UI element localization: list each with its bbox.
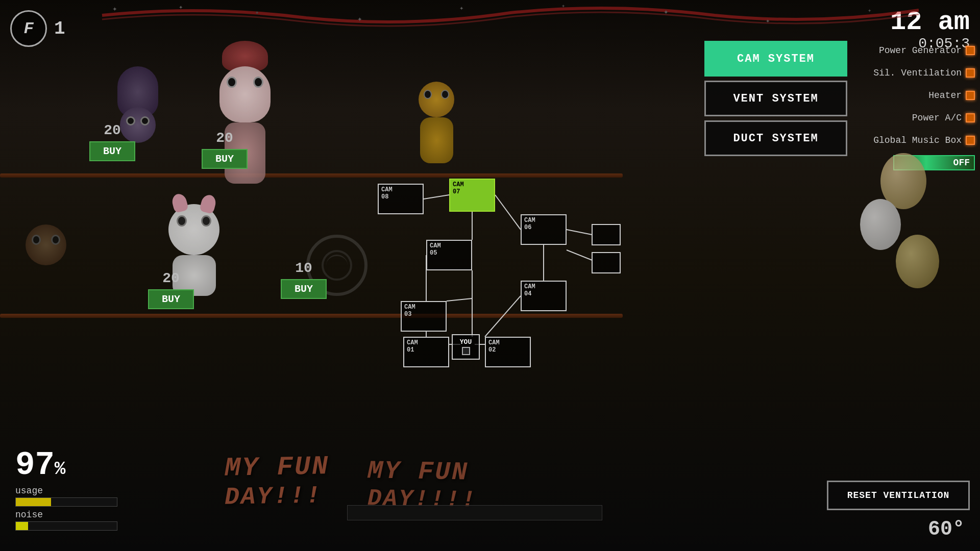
svg-rect-17 — [592, 253, 620, 273]
bottom-stats: 97% usage noise — [15, 449, 117, 531]
right-panel: Power Generator Sil. Ventilation Heater … — [852, 41, 975, 170]
usage-bar-fill — [16, 498, 51, 506]
buy-button-1[interactable]: BUY — [89, 141, 135, 161]
noise-bar-fill — [16, 522, 28, 530]
subsys-global-music-box[interactable]: Global Music Box — [852, 131, 975, 150]
cam-node-you[interactable]: YOU — [452, 334, 480, 360]
buy-item-1: 20 BUY — [89, 122, 135, 161]
svg-text:✦: ✦ — [357, 15, 362, 24]
subsys-sil-ventilation[interactable]: Sil. Ventilation — [852, 63, 975, 83]
cam-node-07[interactable]: CAM07 — [449, 179, 495, 212]
svg-line-16 — [567, 250, 592, 260]
global-music-box-indicator — [966, 136, 975, 145]
temperature-display: 60° — [928, 518, 965, 541]
sil-ventilation-indicator — [966, 68, 975, 78]
svg-text:✦: ✦ — [179, 3, 183, 11]
buy-price-4: 10 — [295, 260, 312, 276]
vent-system-button[interactable]: VENT SYSTEM — [704, 81, 847, 116]
heater-indicator — [966, 91, 975, 100]
cam-system-button[interactable]: CAM SYSTEM — [704, 41, 847, 77]
cam-node-02[interactable]: CAM02 — [485, 337, 531, 367]
buy-item-2: 20 BUY — [202, 130, 248, 169]
reset-ventilation-button[interactable]: RESET VENTILATION — [827, 481, 970, 510]
power-ac-label: Power A/C — [912, 113, 962, 123]
svg-line-10 — [495, 195, 521, 230]
cam-node-03[interactable]: CAM03 — [401, 301, 447, 332]
cam-node-06[interactable]: CAM06 — [521, 214, 567, 245]
cam-node-05[interactable]: CAM05 — [426, 240, 472, 270]
bottom-progress-bar — [347, 505, 602, 520]
noise-label: noise — [15, 510, 117, 520]
cam-map: CAM08 CAM07 CAM06 CAM05 CAM04 CAM03 CAM0… — [347, 163, 633, 378]
percentage-display: 97% — [15, 449, 117, 482]
usage-bar — [15, 497, 117, 507]
cam-node-04[interactable]: CAM04 — [521, 281, 567, 311]
duct-system-button[interactable]: DUCT SYSTEM — [704, 120, 847, 156]
system-buttons: CAM SYSTEM VENT SYSTEM DUCT SYSTEM — [704, 41, 847, 156]
heater-label: Heater — [928, 90, 962, 101]
subsys-power-ac[interactable]: Power A/C — [852, 108, 975, 128]
svg-rect-15 — [592, 224, 620, 245]
buy-item-3: 20 BUY — [148, 270, 194, 309]
power-generator-indicator — [966, 46, 975, 55]
svg-line-14 — [567, 230, 592, 235]
subsys-power-generator[interactable]: Power Generator — [852, 41, 975, 60]
cam-node-01[interactable]: CAM01 — [403, 337, 449, 367]
power-generator-label: Power Generator — [879, 45, 962, 56]
noise-bar-container: noise — [15, 510, 117, 531]
svg-text:✦: ✦ — [255, 9, 259, 16]
off-label: OFF — [953, 158, 970, 168]
svg-text:✦: ✦ — [664, 8, 669, 17]
subsys-heater[interactable]: Heater — [852, 86, 975, 105]
buy-price-3: 20 — [162, 270, 180, 286]
buy-price-1: 20 — [104, 122, 121, 138]
svg-text:✦: ✦ — [868, 7, 871, 14]
svg-line-21 — [485, 296, 521, 337]
buy-item-4: 10 BUY — [281, 260, 327, 299]
pct-sign: % — [55, 459, 66, 480]
noise-bar — [15, 521, 117, 531]
usage-label: usage — [15, 486, 117, 496]
svg-line-23 — [447, 298, 472, 301]
buy-button-3[interactable]: BUY — [148, 289, 194, 309]
buy-button-2[interactable]: BUY — [202, 149, 248, 169]
power-ac-indicator — [966, 113, 975, 122]
sil-ventilation-label: Sil. Ventilation — [873, 68, 962, 78]
global-music-box-label: Global Music Box — [873, 135, 962, 145]
svg-line-9 — [424, 195, 449, 199]
buy-price-2: 20 — [216, 130, 233, 146]
usage-bar-container: usage — [15, 486, 117, 507]
cam-node-08[interactable]: CAM08 — [378, 184, 424, 214]
svg-text:✦: ✦ — [766, 17, 770, 25]
svg-text:✦: ✦ — [561, 3, 565, 10]
buy-button-4[interactable]: BUY — [281, 279, 327, 299]
svg-text:✦: ✦ — [459, 4, 464, 12]
svg-text:✦: ✦ — [112, 5, 117, 14]
